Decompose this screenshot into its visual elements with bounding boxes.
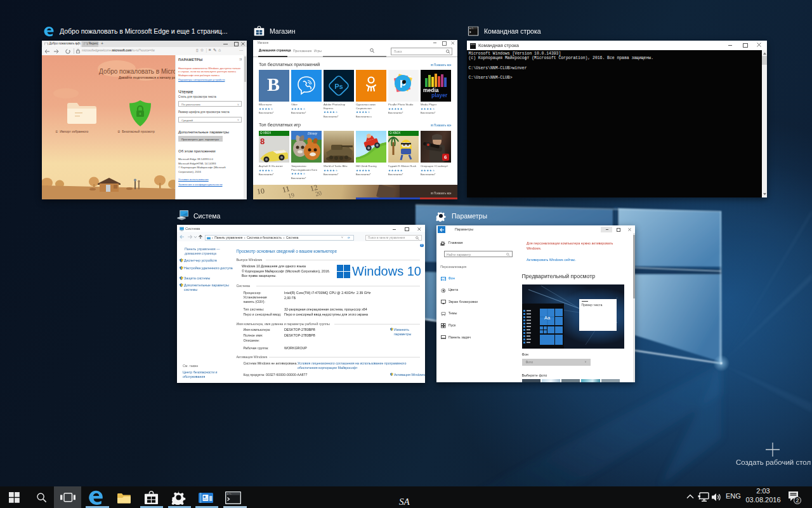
svg-text:C:\: C:\ xyxy=(469,27,473,30)
svg-text:C:\.: C:\. xyxy=(227,493,232,495)
svg-text:Aa: Aa xyxy=(544,315,551,321)
svg-text:2: 2 xyxy=(796,497,799,504)
svg-text:Ps: Ps xyxy=(334,82,343,90)
